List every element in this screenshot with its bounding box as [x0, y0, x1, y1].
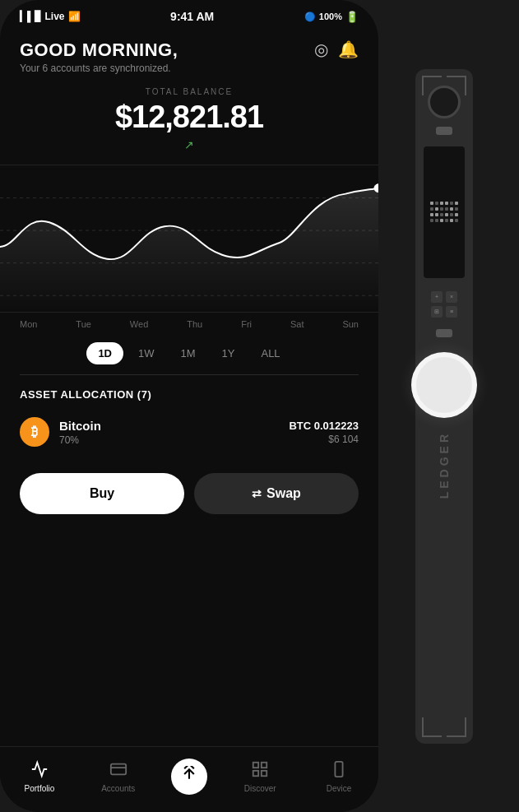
time-label-thu: Thu — [187, 319, 202, 329]
portfolio-nav-label: Portfolio — [25, 784, 55, 793]
svg-rect-8 — [262, 762, 266, 767]
svg-rect-4 — [111, 763, 126, 774]
device-nav-icon — [330, 760, 348, 781]
bitcoin-percentage: 70% — [59, 434, 279, 446]
device-up-button[interactable] — [436, 127, 452, 135]
chart-svg — [0, 165, 378, 312]
balance-change: ↗ — [20, 138, 359, 151]
bitcoin-crypto-amount: BTC 0.012223 — [289, 420, 359, 432]
swap-icon: ⇄ — [252, 487, 262, 500]
time-label-wed: Wed — [130, 319, 148, 329]
bitcoin-value: BTC 0.012223 $6 104 — [289, 420, 359, 445]
device-icon-3: ⊞ — [431, 306, 443, 318]
asset-title: ASSET ALLOCATION (7) — [20, 388, 359, 401]
status-left: ▎▌▊ Live 📶 — [20, 11, 81, 22]
portfolio-nav-icon — [30, 760, 49, 781]
carrier-label: Live — [45, 11, 65, 22]
device-icon-grid: + × ⊞ ≡ — [431, 291, 457, 318]
greeting-section: GOOD MORNING, Your 6 accounts are synchr… — [20, 39, 178, 74]
bottom-nav: Portfolio Accounts — [0, 746, 378, 812]
phone-frame: ▎▌▊ Live 📶 9:41 AM 🔵 100% 🔋 GOOD MORNING… — [0, 0, 378, 812]
nav-portfolio[interactable]: Portfolio — [0, 760, 79, 793]
device-body: + × ⊞ ≡ LEDGER — [415, 69, 473, 744]
device-brand-text: LEDGER — [438, 431, 451, 499]
svg-rect-11 — [335, 761, 342, 776]
balance-section: TOTAL BALANCE $12,821.81 ↗ — [0, 81, 378, 155]
time-label-sat: Sat — [290, 319, 304, 329]
period-1y[interactable]: 1Y — [211, 342, 247, 364]
header-icons: ◎ 🔔 — [314, 39, 359, 59]
battery-label: 100% — [319, 12, 342, 21]
period-1w[interactable]: 1W — [127, 342, 166, 364]
status-time: 9:41 AM — [170, 10, 214, 23]
period-all[interactable]: ALL — [249, 342, 291, 364]
chart-fill — [0, 188, 378, 312]
accounts-nav-label: Accounts — [101, 784, 135, 793]
device-nav-label: Device — [327, 784, 352, 793]
device-main-button[interactable] — [411, 352, 477, 418]
device-down-button[interactable] — [436, 329, 452, 337]
time-label-fri: Fri — [241, 319, 252, 329]
device-icon-2: × — [446, 291, 457, 303]
asset-bitcoin[interactable]: ₿ Bitcoin 70% BTC 0.012223 $6 104 — [20, 411, 359, 453]
status-bar: ▎▌▊ Live 📶 9:41 AM 🔵 100% 🔋 — [0, 0, 378, 26]
swap-label: Swap — [266, 486, 301, 501]
buy-button[interactable]: Buy — [20, 473, 184, 514]
greeting-title: GOOD MORNING, — [20, 39, 178, 61]
main-content: GOOD MORNING, Your 6 accounts are synchr… — [0, 26, 378, 736]
time-label-tue: Tue — [76, 319, 91, 329]
asset-section: ASSET ALLOCATION (7) ₿ Bitcoin 70% BTC 0… — [0, 375, 378, 460]
buy-label: Buy — [90, 486, 114, 501]
nav-center[interactable] — [158, 759, 221, 795]
status-right: 🔵 100% 🔋 — [304, 11, 359, 23]
device-icon-1: + — [431, 291, 443, 303]
bitcoin-name: Bitcoin — [59, 419, 279, 433]
ledger-hardware: + × ⊞ ≡ LEDGER — [378, 0, 510, 812]
corner-mark-bl — [422, 717, 442, 737]
time-axis: Mon Tue Wed Thu Fri Sat Sun — [0, 313, 378, 336]
corner-mark-br — [447, 717, 466, 737]
balance-label: TOTAL BALANCE — [20, 87, 359, 96]
signal-icon: ▎▌▊ — [20, 11, 42, 22]
notification-icon[interactable]: 🔔 — [338, 39, 359, 59]
corner-mark-tl — [422, 76, 442, 95]
time-label-sun: Sun — [342, 319, 359, 329]
action-buttons: Buy ⇄ Swap — [0, 460, 378, 527]
greeting-subtitle: Your 6 accounts are synchronized. — [20, 63, 178, 74]
nav-accounts[interactable]: Accounts — [79, 760, 158, 793]
bitcoin-info: Bitcoin 70% — [59, 419, 279, 446]
svg-rect-9 — [253, 770, 258, 775]
bluetooth-icon: 🔵 — [304, 12, 316, 22]
battery-icon: 🔋 — [345, 11, 359, 23]
transfer-icon — [181, 766, 197, 786]
accounts-nav-icon — [109, 760, 127, 781]
corner-mark-tr — [447, 76, 466, 95]
balance-amount: $12,821.81 — [20, 100, 359, 135]
wifi-icon: 📶 — [68, 11, 81, 22]
nav-discover[interactable]: Discover — [220, 760, 299, 793]
trend-arrow-icon: ↗ — [183, 138, 196, 151]
nav-device[interactable]: Device — [299, 760, 378, 793]
header-section: GOOD MORNING, Your 6 accounts are synchr… — [0, 26, 378, 81]
period-1d[interactable]: 1D — [86, 342, 123, 364]
svg-rect-10 — [262, 770, 266, 775]
period-selector: 1D 1W 1M 1Y ALL — [0, 336, 378, 374]
time-label-mon: Mon — [20, 319, 37, 329]
discover-nav-icon — [251, 760, 269, 781]
bitcoin-icon: ₿ — [20, 417, 49, 447]
period-1m[interactable]: 1M — [169, 342, 207, 364]
portfolio-icon[interactable]: ◎ — [314, 39, 328, 59]
price-chart — [0, 165, 378, 313]
device-screen — [424, 146, 465, 278]
center-action-button[interactable] — [171, 759, 207, 795]
bitcoin-usd-amount: $6 104 — [289, 434, 359, 445]
discover-nav-label: Discover — [244, 784, 276, 793]
device-icon-4: ≡ — [446, 306, 457, 318]
svg-rect-7 — [253, 762, 258, 767]
swap-button[interactable]: ⇄ Swap — [194, 473, 359, 514]
